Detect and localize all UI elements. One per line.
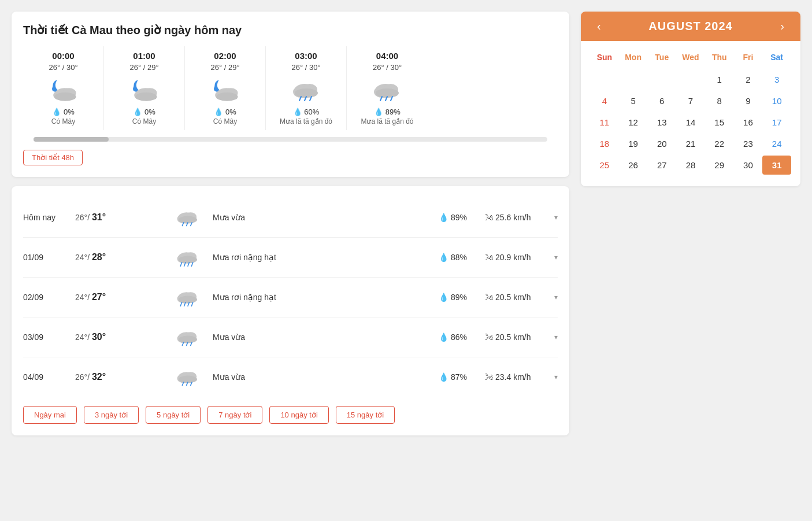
- svg-point-11: [216, 93, 238, 101]
- daily-weather-icon: [168, 286, 208, 309]
- daily-temp: 26°/ 31°: [75, 212, 168, 223]
- hour-label: 03:00: [295, 51, 317, 61]
- hour-label: 01:00: [133, 51, 155, 61]
- weather-description: Mưa lã tã gần đó: [361, 117, 413, 125]
- wind-icon: 🌬: [485, 293, 493, 302]
- daily-wind: 🌬 25.6 km/h: [485, 213, 554, 222]
- calendar-day[interactable]: 23: [734, 134, 763, 153]
- filter-button[interactable]: Ngày mai: [23, 406, 77, 424]
- daily-row: Hôm nay 26°/ 31° Mưa vừa 💧 89% 🌬 25.6 km…: [23, 198, 558, 238]
- scroll-bar: [34, 137, 547, 142]
- daily-weather-icon: [168, 246, 208, 269]
- calendar-day[interactable]: 10: [762, 91, 791, 110]
- calendar-day[interactable]: 31: [762, 156, 791, 175]
- daily-description: Mưa rơi nặng hạt: [208, 293, 439, 302]
- calendar-day[interactable]: 12: [619, 113, 648, 132]
- daily-description: Mưa vừa: [208, 213, 439, 222]
- calendar-day[interactable]: 9: [734, 91, 763, 110]
- humidity-drop-icon: 💧: [439, 332, 448, 342]
- drop-icon: 💧: [374, 108, 383, 116]
- hourly-weather-icon: [46, 76, 81, 104]
- calendar-day: [647, 70, 676, 89]
- calendar-day[interactable]: 11: [590, 113, 619, 132]
- expand-arrow[interactable]: ▾: [554, 373, 558, 381]
- daily-humidity: 💧 89%: [439, 293, 485, 302]
- filter-button[interactable]: 10 ngày tới: [269, 406, 328, 424]
- calendar-day[interactable]: 27: [647, 156, 676, 175]
- daily-date: Hôm nay: [23, 213, 75, 222]
- daily-date: 02/09: [23, 293, 75, 302]
- calendar-weekday: Thu: [705, 49, 734, 65]
- filter-button[interactable]: 3 ngày tới: [84, 406, 139, 424]
- daily-humidity: 💧 88%: [439, 253, 485, 262]
- calendar-day[interactable]: 8: [705, 91, 734, 110]
- expand-arrow[interactable]: ▾: [554, 293, 558, 301]
- calendar-weekday: Mon: [619, 49, 648, 65]
- daily-temp: 26°/ 32°: [75, 372, 168, 382]
- calendar-day[interactable]: 21: [676, 134, 705, 153]
- calendar-day[interactable]: 4: [590, 91, 619, 110]
- calendar-next-button[interactable]: ›: [776, 20, 789, 33]
- calendar-day[interactable]: 3: [762, 70, 791, 89]
- weather-description: Có Mây: [132, 117, 156, 125]
- calendar-day[interactable]: 19: [619, 134, 648, 153]
- filter-buttons-container: Ngày mai3 ngày tới5 ngày tới7 ngày tới10…: [23, 406, 558, 424]
- calendar-day[interactable]: 17: [762, 113, 791, 132]
- svg-point-7: [135, 93, 157, 101]
- calendar-day[interactable]: 7: [676, 91, 705, 110]
- calendar-day[interactable]: 15: [705, 113, 734, 132]
- hourly-weather-icon: [127, 76, 162, 104]
- calendar-day[interactable]: 24: [762, 134, 791, 153]
- daily-description: Mưa vừa: [208, 372, 439, 382]
- calendar-day[interactable]: 18: [590, 134, 619, 153]
- calendar-day[interactable]: 2: [734, 70, 763, 89]
- calendar-day[interactable]: 22: [705, 134, 734, 153]
- calendar-day[interactable]: 6: [647, 91, 676, 110]
- calendar-day[interactable]: 26: [619, 156, 648, 175]
- calendar-day[interactable]: 1: [705, 70, 734, 89]
- calendar-day: [676, 70, 705, 89]
- daily-row: 03/09 24°/ 30° Mưa vừa 💧 86% 🌬 20.5 km/h…: [23, 317, 558, 357]
- calendar-day[interactable]: 20: [647, 134, 676, 153]
- calendar-day[interactable]: 14: [676, 113, 705, 132]
- daily-weather-icon: [168, 365, 208, 389]
- calendar-day[interactable]: 30: [734, 156, 763, 175]
- calendar-weekday: Wed: [676, 49, 705, 65]
- calendar-day[interactable]: 16: [734, 113, 763, 132]
- humidity-drop-icon: 💧: [439, 253, 448, 262]
- forecast-48h-button[interactable]: Thời tiết 48h: [23, 150, 83, 165]
- wind-icon: 🌬: [485, 372, 493, 382]
- calendar-day: [590, 70, 619, 89]
- expand-arrow[interactable]: ▾: [554, 213, 558, 221]
- temp-range: 26° / 30°: [291, 63, 320, 72]
- daily-date: 03/09: [23, 332, 75, 342]
- humidity-value: 💧 0%: [214, 108, 236, 116]
- calendar-day[interactable]: 25: [590, 156, 619, 175]
- svg-line-45: [180, 302, 181, 306]
- filter-button[interactable]: 5 ngày tới: [146, 406, 201, 424]
- daily-humidity: 💧 86%: [439, 332, 485, 342]
- expand-arrow[interactable]: ▾: [554, 333, 558, 341]
- filter-button[interactable]: 15 ngày tới: [336, 406, 395, 424]
- daily-row: 02/09 24°/ 27° Mưa rơi nặng hạt 💧 89% 🌬 …: [23, 278, 558, 317]
- filter-button[interactable]: 7 ngày tới: [207, 406, 262, 424]
- page-title: Thời tiết Cà Mau theo giờ ngày hôm nay: [23, 23, 558, 37]
- left-panel: Thời tiết Cà Mau theo giờ ngày hôm nay 0…: [12, 12, 569, 509]
- humidity-drop-icon: 💧: [439, 372, 448, 382]
- daily-temp: 24°/ 27°: [75, 292, 168, 302]
- hourly-item: 02:00 26° / 29° 💧 0% Có Mây: [185, 46, 266, 130]
- calendar-day[interactable]: 13: [647, 113, 676, 132]
- calendar-day[interactable]: 29: [705, 156, 734, 175]
- calendar-weekday: Tue: [647, 49, 676, 65]
- temp-range: 26° / 29°: [129, 63, 158, 72]
- calendar-day[interactable]: 28: [676, 156, 705, 175]
- calendar-body: SunMonTueWedThuFriSat 123456789101112131…: [581, 41, 800, 186]
- hourly-item: 01:00 26° / 29° 💧 0% Có Mây: [104, 46, 185, 130]
- daily-humidity: 💧 87%: [439, 372, 485, 382]
- calendar-prev-button[interactable]: ‹: [592, 20, 606, 33]
- hourly-scroll[interactable]: 00:00 26° / 30° 💧 0% Có Mây 01:00 26° / …: [23, 46, 558, 142]
- expand-arrow[interactable]: ▾: [554, 253, 558, 261]
- calendar-day[interactable]: 5: [619, 91, 648, 110]
- daily-humidity: 💧 89%: [439, 213, 485, 222]
- wind-icon: 🌬: [485, 332, 493, 342]
